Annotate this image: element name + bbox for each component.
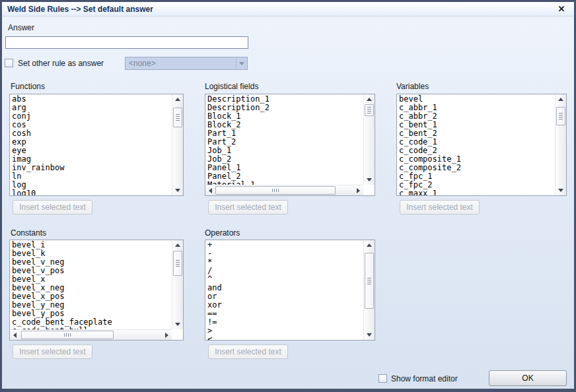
show-format-editor-label: Show format editor: [391, 374, 458, 383]
logistical-vertical-scrollbar[interactable]: [363, 94, 375, 185]
list-item[interactable]: c_maxx_1: [399, 189, 555, 195]
scroll-up-icon[interactable]: [172, 94, 183, 104]
scroll-down-icon[interactable]: [364, 330, 375, 340]
operators-list: +-*/^andorxor==!=><: [205, 240, 363, 340]
dropdown-arrow-button[interactable]: [236, 57, 247, 69]
list-item[interactable]: arg: [12, 104, 172, 112]
scrollbar-thumb[interactable]: [365, 104, 374, 116]
constants-vertical-scrollbar[interactable]: [172, 240, 183, 329]
operators-vertical-scrollbar[interactable]: [363, 240, 375, 340]
scroll-up-icon[interactable]: [364, 240, 375, 250]
functions-insert-button[interactable]: Insert selected text: [13, 200, 92, 214]
answer-input[interactable]: [5, 36, 248, 49]
answer-label: Answer: [8, 23, 34, 32]
variables-list: bevelc_abbr_1c_abbr_2c_bent_1c_bent_2c_c…: [397, 94, 555, 195]
title-bar[interactable]: Weld Side Rules --> Set default answer ✕: [2, 2, 574, 16]
list-item[interactable]: cos: [12, 121, 172, 129]
operators-listbox: +-*/^andorxor==!=><: [205, 240, 375, 341]
list-item[interactable]: ==: [207, 310, 363, 318]
list-item[interactable]: ln: [12, 172, 172, 181]
list-item[interactable]: eye: [12, 147, 172, 155]
window-title: Weld Side Rules --> Set default answer: [2, 5, 153, 14]
close-icon[interactable]: ✕: [556, 3, 567, 15]
list-item[interactable]: cosh: [12, 129, 172, 138]
set-other-rule-label: Set other rule as answer: [18, 59, 104, 68]
scrollbar-thumb[interactable]: [173, 251, 182, 276]
operators-label: Operators: [205, 228, 240, 238]
list-item[interactable]: >: [207, 327, 363, 335]
logistical-horizontal-scrollbar[interactable]: [205, 185, 363, 195]
list-item[interactable]: ^: [207, 275, 363, 284]
functions-vertical-scrollbar[interactable]: [172, 94, 183, 195]
variables-label: Variables: [396, 82, 429, 91]
list-item[interactable]: abs: [12, 95, 172, 104]
scroll-right-icon[interactable]: [162, 330, 172, 340]
list-item[interactable]: inv_rainbow: [12, 164, 172, 172]
logistical-fields-list: Description_1Description_2Block_1Block_2…: [205, 94, 363, 185]
list-item[interactable]: and: [207, 284, 363, 292]
list-item[interactable]: log10: [12, 189, 172, 195]
list-item[interactable]: conj: [12, 112, 172, 121]
list-item[interactable]: *: [207, 258, 363, 267]
scroll-down-icon[interactable]: [172, 319, 183, 329]
scroll-right-icon[interactable]: [353, 185, 363, 195]
show-format-editor-checkbox[interactable]: [378, 374, 387, 383]
list-item[interactable]: or: [207, 292, 363, 301]
list-item[interactable]: -: [207, 249, 363, 258]
constants-horizontal-scrollbar[interactable]: [10, 329, 172, 340]
scroll-down-icon[interactable]: [556, 185, 566, 195]
constants-list: bevel_ibevel_kbevel_v_negbevel_v_posbeve…: [10, 240, 172, 329]
variables-listbox: bevelc_abbr_1c_abbr_2c_bent_1c_bent_2c_c…: [396, 94, 567, 196]
logistical-fields-label: Logistical fields: [205, 82, 258, 91]
scrollbar-corner: [363, 185, 375, 195]
scroll-up-icon[interactable]: [364, 94, 375, 104]
constants-insert-button[interactable]: Insert selected text: [13, 344, 92, 359]
list-item[interactable]: <: [207, 335, 363, 340]
scrollbar-thumb[interactable]: [173, 108, 182, 127]
functions-listbox: absargconjcoscoshexpeyeimaginv_rainbowln…: [9, 94, 184, 196]
set-other-rule-checkbox[interactable]: [5, 59, 13, 67]
scroll-up-icon[interactable]: [556, 94, 566, 104]
scroll-left-icon[interactable]: [10, 330, 20, 340]
other-rule-dropdown[interactable]: <none>: [125, 57, 248, 70]
list-item[interactable]: +: [207, 241, 363, 249]
logistical-insert-button[interactable]: Insert selected text: [208, 200, 288, 214]
scrollbar-thumb[interactable]: [365, 253, 374, 309]
functions-label: Functions: [11, 82, 45, 91]
logistical-fields-listbox: Description_1Description_2Block_1Block_2…: [205, 94, 375, 196]
scrollbar-thumb[interactable]: [556, 107, 565, 125]
scroll-up-icon[interactable]: [172, 240, 183, 250]
chevron-down-icon: [239, 62, 244, 65]
list-item[interactable]: !=: [207, 318, 363, 327]
list-item[interactable]: /: [207, 267, 363, 275]
variables-vertical-scrollbar[interactable]: [555, 94, 566, 195]
scrollbar-thumb[interactable]: [21, 331, 114, 339]
operators-insert-button[interactable]: Insert selected text: [208, 344, 288, 359]
list-item[interactable]: xor: [207, 301, 363, 310]
functions-list: absargconjcoscoshexpeyeimaginv_rainbowln…: [10, 94, 172, 195]
ok-button[interactable]: OK: [489, 370, 567, 386]
other-rule-dropdown-value: <none>: [129, 59, 156, 68]
scrollbar-thumb[interactable]: [215, 186, 336, 195]
variables-insert-button[interactable]: Insert selected text: [400, 200, 480, 214]
weld-side-rules-dialog: Weld Side Rules --> Set default answer ✕…: [0, 0, 576, 392]
scroll-down-icon[interactable]: [364, 175, 375, 185]
list-item[interactable]: exp: [12, 138, 172, 147]
constants-label: Constants: [11, 228, 46, 238]
list-item[interactable]: log: [12, 181, 172, 189]
scroll-down-icon[interactable]: [172, 185, 183, 195]
scroll-left-icon[interactable]: [205, 185, 215, 195]
constants-listbox: bevel_ibevel_kbevel_v_negbevel_v_posbeve…: [9, 240, 184, 341]
scrollbar-corner: [172, 329, 183, 340]
